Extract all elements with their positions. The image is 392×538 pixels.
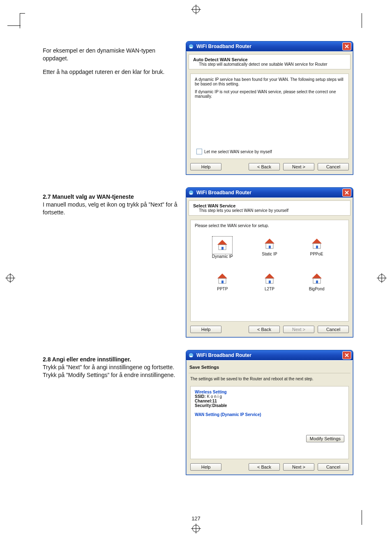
close-button[interactable]	[342, 351, 351, 359]
svg-rect-12	[316, 246, 318, 248]
wizard-banner: Select WAN Service This step lets you se…	[189, 200, 350, 216]
back-button[interactable]: < Back	[249, 463, 280, 471]
wan-setting-heading: WAN Setting (Dynamic IP Service)	[195, 412, 344, 417]
svg-rect-23	[190, 356, 193, 357]
manual-page: For eksempel er den dynamiske WAN-typen …	[0, 0, 392, 538]
wan-option-label: L2TP	[265, 287, 274, 291]
window-title: WiFi Broadband Router	[196, 44, 342, 49]
window-body: Select WAN Service This step lets you se…	[186, 198, 353, 337]
window-title: WiFi Broadband Router	[196, 352, 342, 358]
wan-option-label: PPTP	[217, 287, 228, 291]
cancel-button[interactable]: Cancel	[318, 326, 349, 333]
window-auto-detect: WiFi Broadband Router Auto Detect WAN Se…	[186, 41, 353, 175]
button-row: Help < Back Next > Cancel	[190, 463, 349, 471]
svg-rect-15	[221, 280, 224, 283]
cancel-button[interactable]: Cancel	[318, 163, 349, 170]
registration-mark-icon	[192, 525, 200, 532]
crop-mark	[7, 25, 21, 26]
paragraph: For eksempel er den dynamiske WAN-typen …	[43, 47, 178, 62]
wan-option-pppoe[interactable]: PPPoE	[293, 236, 340, 259]
panel-body: Please select the WAN service for setup.…	[190, 220, 349, 322]
page-number: 127	[0, 515, 392, 522]
svg-marker-4	[217, 240, 227, 245]
window-body: Auto Detect WAN Service This step will a…	[186, 51, 353, 175]
next-button[interactable]: Next >	[283, 163, 314, 170]
body-text: If dynamic IP is not your expected WAN s…	[195, 90, 344, 99]
house-icon	[212, 236, 233, 254]
svg-rect-18	[269, 280, 271, 283]
screenshot-auto-detect: WiFi Broadband Router Auto Detect WAN Se…	[186, 41, 353, 175]
wan-option-label: BigPond	[309, 287, 325, 291]
router-icon	[188, 352, 194, 359]
svg-marker-16	[265, 274, 274, 278]
close-button[interactable]	[342, 42, 351, 51]
wan-option-label: Dynamic IP	[212, 254, 233, 259]
router-icon	[188, 189, 194, 196]
next-button[interactable]: Next >	[283, 326, 314, 333]
page-content: For eksempel er den dynamiske WAN-typen …	[43, 41, 362, 513]
security-row: Security:Disable	[195, 403, 344, 408]
help-button[interactable]: Help	[190, 163, 221, 170]
titlebar: WiFi Broadband Router	[186, 188, 353, 198]
wan-option-bigpond[interactable]: BigPond	[293, 271, 340, 291]
wan-option-label: Static IP	[262, 252, 277, 256]
screenshot-select-wan: WiFi Broadband Router Select WAN Service…	[186, 187, 353, 338]
svg-marker-7	[265, 239, 274, 244]
modify-settings-button[interactable]: Modify Settings	[306, 435, 344, 442]
intro-text: The settings will be saved to the Router…	[190, 377, 349, 381]
svg-marker-10	[312, 239, 322, 244]
help-button[interactable]: Help	[190, 463, 221, 471]
body-28: Trykk på ”Next” for å angi innstillingen…	[43, 364, 175, 378]
manual-select-checkbox-row[interactable]: Let me select WAN service by myself	[196, 149, 272, 154]
banner-subtitle: This step will automatically detect one …	[193, 62, 346, 67]
house-icon	[213, 271, 231, 287]
svg-marker-19	[312, 274, 322, 278]
svg-rect-21	[316, 280, 318, 283]
wan-option-l2tp[interactable]: L2TP	[246, 271, 293, 291]
back-button[interactable]: < Back	[249, 163, 280, 170]
cancel-button[interactable]: Cancel	[318, 463, 349, 471]
crop-mark	[362, 13, 362, 28]
text-column: 2.8 Angi eller endre innstillinger.Trykk…	[43, 350, 186, 385]
svg-rect-6	[221, 247, 224, 250]
checkbox-label: Let me select WAN service by myself	[204, 149, 272, 154]
registration-mark-icon	[7, 274, 14, 282]
wizard-banner: Auto Detect WAN Service This step will a…	[189, 54, 350, 69]
button-row: Help < Back Next > Cancel	[190, 163, 349, 170]
banner-title: Save Settings	[189, 363, 350, 373]
heading-27: 2.7 Manuelt valg av WAN-tjenesteI manuel…	[43, 193, 178, 216]
panel-body: A dynamic IP service has been found for …	[190, 74, 349, 159]
wan-option-dynamic-ip[interactable]: Dynamic IP	[199, 236, 246, 259]
wan-option-static-ip[interactable]: Static IP	[246, 236, 293, 259]
screenshot-save-settings: WiFi Broadband Router Save Settings The …	[186, 350, 353, 475]
registration-mark-icon	[378, 274, 385, 282]
house-icon	[308, 236, 326, 252]
section-save-settings: 2.8 Angi eller endre innstillinger.Trykk…	[43, 350, 362, 475]
window-save-settings: WiFi Broadband Router Save Settings The …	[186, 350, 353, 475]
text-column: 2.7 Manuelt valg av WAN-tjenesteI manuel…	[43, 187, 186, 222]
checkbox-icon	[196, 149, 202, 154]
close-icon	[345, 353, 349, 357]
button-row: Help < Back Next > Cancel	[190, 326, 349, 333]
banner-subtitle: This step lets you select WAN service by…	[193, 208, 346, 213]
registration-mark-icon	[192, 6, 200, 13]
router-icon	[188, 43, 194, 50]
close-icon	[345, 191, 349, 195]
close-button[interactable]	[342, 189, 351, 197]
section-auto-detect: For eksempel er den dynamiske WAN-typen …	[43, 41, 362, 175]
banner-title: Select WAN Service	[193, 203, 346, 208]
back-button[interactable]: < Back	[249, 326, 280, 333]
titlebar: WiFi Broadband Router	[186, 350, 353, 360]
channel-row: Channel:11	[195, 399, 344, 403]
svg-rect-3	[190, 193, 193, 195]
next-button[interactable]: Next >	[283, 463, 314, 471]
wan-option-pptp[interactable]: PPTP	[199, 271, 246, 291]
wireless-setting-heading: Wireless Setting	[195, 390, 344, 394]
paragraph: Etter å ha oppdaget ruteren er den klar …	[43, 68, 178, 76]
house-icon	[261, 271, 279, 287]
ssid-row: SSID: K o n i g	[195, 394, 344, 399]
banner-title: Auto Detect WAN Service	[193, 57, 346, 62]
window-title: WiFi Broadband Router	[196, 190, 342, 195]
help-button[interactable]: Help	[190, 326, 221, 333]
body-text: A dynamic IP service has been found for …	[195, 77, 344, 86]
